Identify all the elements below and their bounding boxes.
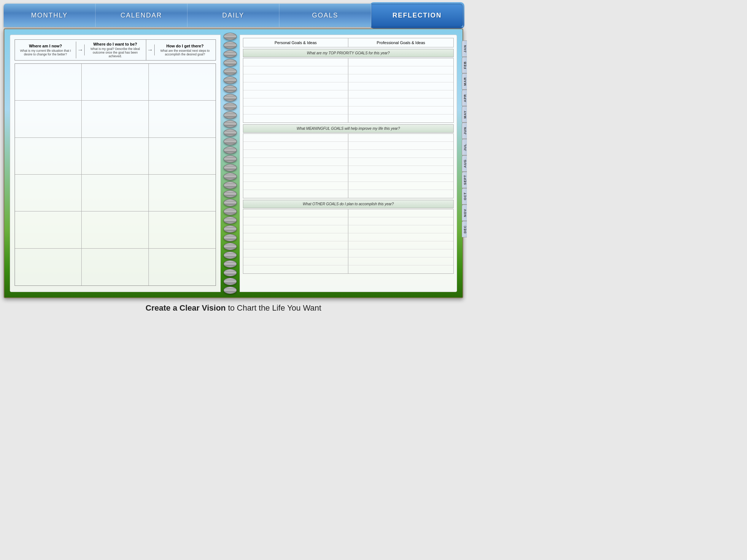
goals-line[interactable] (243, 209, 348, 217)
goals-line[interactable] (243, 58, 348, 66)
grid-cell[interactable] (82, 211, 148, 248)
goals-line[interactable] (348, 98, 453, 106)
spiral-binding (221, 29, 240, 298)
month-tab-apr[interactable]: APR (462, 90, 467, 106)
grid-cell[interactable] (82, 101, 148, 137)
month-tab-sept[interactable]: SEPT (462, 172, 467, 188)
grid-cell[interactable] (82, 138, 148, 175)
spiral-coil (224, 164, 237, 171)
month-tab-nov[interactable]: NOV (462, 205, 467, 221)
grid-cell[interactable] (149, 101, 216, 137)
spiral-coil (224, 287, 237, 294)
goals-line[interactable] (243, 158, 348, 166)
goals-line[interactable] (243, 66, 348, 74)
goals-line[interactable] (348, 233, 453, 241)
goals-line[interactable] (243, 241, 348, 249)
month-tab-mar[interactable]: MAR (462, 73, 467, 90)
goals-line[interactable] (348, 74, 453, 82)
goals-line[interactable] (348, 209, 453, 217)
grid-cell[interactable] (15, 138, 82, 175)
nav-daily[interactable]: DAILY (187, 4, 279, 27)
section-label-3: What OTHER GOALS do I plan to accomplish… (243, 200, 454, 208)
goals-line[interactable] (348, 82, 453, 90)
goals-line[interactable] (348, 90, 453, 98)
section-label-2: What MEANINGFUL GOALS will help improve … (243, 124, 454, 133)
goals-line[interactable] (243, 142, 348, 150)
goals-line[interactable] (243, 90, 348, 98)
goals-line[interactable] (348, 158, 453, 166)
grid-cell[interactable] (82, 249, 148, 285)
grid-cell[interactable] (15, 249, 82, 285)
spiral-coil (224, 208, 237, 215)
goals-line[interactable] (243, 190, 348, 198)
spiral-coil (224, 42, 237, 49)
grid-cell[interactable] (149, 175, 216, 211)
goals-line[interactable] (243, 225, 348, 233)
bottom-text: Create a Clear Vision to Chart the Life … (4, 298, 463, 318)
nav-calendar[interactable]: CALENDAR (96, 4, 187, 27)
month-tab-jan[interactable]: JAN (462, 40, 467, 57)
spiral-coil (224, 225, 237, 233)
grid-cell[interactable] (149, 138, 216, 175)
grid-cell[interactable] (149, 211, 216, 248)
grid-cell[interactable] (15, 211, 82, 248)
goals-line[interactable] (348, 174, 453, 182)
goals-line[interactable] (348, 134, 453, 142)
goals-line[interactable] (243, 217, 348, 225)
grid-cell[interactable] (15, 175, 82, 211)
goals-line[interactable] (348, 66, 453, 74)
left-page: Where am I now? What is my current life … (10, 35, 221, 292)
goals-line[interactable] (243, 98, 348, 106)
goals-line[interactable] (348, 190, 453, 198)
month-tab-may[interactable]: MAY (462, 106, 467, 122)
month-tab-jun[interactable]: JUN (462, 122, 467, 139)
spiral-coil (224, 50, 237, 58)
goals-line[interactable] (348, 182, 453, 190)
goals-line[interactable] (243, 174, 348, 182)
goals-line[interactable] (243, 249, 348, 257)
goals-line[interactable] (243, 257, 348, 265)
goals-line[interactable] (243, 114, 348, 122)
grid-cell[interactable] (149, 249, 216, 285)
goals-line[interactable] (348, 150, 453, 158)
goals-line[interactable] (348, 217, 453, 225)
nav-reflection[interactable]: REFLECTION (371, 4, 463, 27)
goals-line[interactable] (243, 182, 348, 190)
month-tab-jul[interactable]: JUL (462, 139, 467, 155)
month-tab-oct[interactable]: OCT (462, 188, 467, 205)
grid-cell[interactable] (82, 175, 148, 211)
month-tab-feb[interactable]: FEB (462, 57, 467, 73)
goals-line[interactable] (348, 114, 453, 122)
goals-line[interactable] (243, 74, 348, 82)
goals-line[interactable] (348, 166, 453, 174)
goals-line[interactable] (243, 265, 348, 273)
spiral-coil (224, 234, 237, 241)
goals-line[interactable] (243, 134, 348, 142)
goals-line[interactable] (243, 150, 348, 158)
nav-monthly[interactable]: MONTHLY (4, 4, 96, 27)
goals-line[interactable] (348, 225, 453, 233)
goals-line[interactable] (348, 257, 453, 265)
goals-line[interactable] (348, 241, 453, 249)
goals-line[interactable] (348, 265, 453, 273)
grid-cell[interactable] (15, 64, 82, 101)
section-label-1: What are my TOP PRIORITY GOALS for this … (243, 49, 454, 57)
month-tab-dec[interactable]: DEC (462, 221, 467, 237)
grid-cell[interactable] (15, 101, 82, 137)
goals-line[interactable] (243, 82, 348, 90)
grid-cell[interactable] (149, 64, 216, 101)
goals-line[interactable] (243, 106, 348, 114)
right-header-row: Personal Goals & Ideas Professional Goal… (243, 38, 454, 47)
grid-cell[interactable] (82, 64, 148, 101)
goals-line[interactable] (348, 249, 453, 257)
goals-line[interactable] (348, 106, 453, 114)
nav-goals[interactable]: GOALS (279, 4, 371, 27)
goals-line[interactable] (243, 233, 348, 241)
spiral-coil (224, 190, 237, 198)
goals-line[interactable] (243, 166, 348, 174)
goals-line[interactable] (348, 58, 453, 66)
goals-line[interactable] (348, 142, 453, 150)
arrow-1: → (76, 44, 85, 55)
month-tab-aug[interactable]: AUG (462, 155, 467, 172)
planner-outer: Where am I now? What is my current life … (4, 28, 463, 318)
